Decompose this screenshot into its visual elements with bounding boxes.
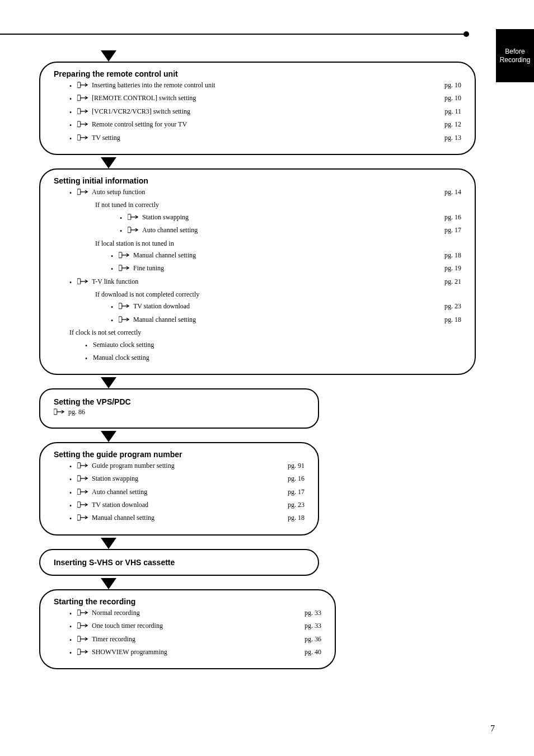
- bullet-icon: •: [111, 252, 116, 261]
- item-text: Station swapping: [142, 213, 444, 222]
- svg-rect-15: [77, 476, 81, 481]
- bullet-icon: •: [69, 134, 75, 144]
- list-item: • One touch timer recording pg. 33: [54, 621, 321, 632]
- item-text: Semiauto clock setting: [93, 340, 461, 350]
- bullet-icon: •: [69, 189, 75, 198]
- list-item: • [VCR1/VCR2/VCR3] switch setting pg. 11: [54, 107, 461, 118]
- list-item: • Auto setup function pg. 14: [54, 187, 461, 198]
- hand-pointer-icon: [77, 134, 88, 141]
- bullet-icon: •: [69, 489, 75, 498]
- svg-rect-9: [119, 265, 122, 271]
- page-ref: pg. 12: [444, 120, 461, 129]
- svg-rect-20: [77, 623, 81, 628]
- hand-pointer-icon: [119, 303, 130, 309]
- item-text: Normal recording: [92, 608, 305, 618]
- page-number: 7: [490, 724, 495, 734]
- list-item: • Station swapping pg. 16: [54, 474, 305, 485]
- svg-rect-17: [77, 502, 81, 508]
- bullet-icon: •: [120, 214, 125, 223]
- svg-rect-10: [77, 279, 81, 284]
- list-item: • Guide program number setting pg. 91: [54, 461, 305, 472]
- header-rule: [0, 34, 466, 35]
- item-text: Remote control setting for your TV: [92, 120, 444, 129]
- page-ref: pg. 21: [444, 277, 461, 287]
- item-text: If clock is not set correctly: [69, 328, 461, 337]
- sub-heading: If clock is not set correctly: [54, 328, 461, 337]
- page-ref: pg. 18: [288, 513, 305, 523]
- list-item: • Inserting batteries into the remote co…: [54, 81, 461, 91]
- hand-pointer-icon: [77, 636, 88, 642]
- item-text: If download is not completed correctly: [95, 290, 461, 299]
- page-ref: pg. 16: [444, 213, 461, 222]
- page-ref: pg. 86: [68, 407, 85, 417]
- svg-rect-8: [119, 252, 122, 258]
- svg-rect-11: [119, 303, 122, 309]
- item-text: Guide program number setting: [92, 461, 288, 471]
- page-ref: pg. 10: [444, 93, 461, 103]
- arrow-down-icon: [101, 578, 116, 589]
- hand-pointer-icon: [77, 514, 88, 521]
- item-text: TV station download: [92, 500, 288, 510]
- svg-rect-14: [77, 463, 81, 468]
- list-item: • Semiauto clock setting: [54, 340, 461, 351]
- list-item: • Manual channel setting pg. 18: [54, 513, 305, 524]
- page-ref: pg. 14: [444, 187, 461, 197]
- page-ref: pg. 19: [444, 264, 461, 273]
- bullet-icon: •: [69, 622, 75, 632]
- item-text: If local station is not tuned in: [95, 239, 461, 248]
- hand-pointer-icon: [77, 95, 88, 101]
- hand-pointer-icon: [77, 475, 88, 482]
- bullet-icon: •: [69, 95, 75, 104]
- item-text: Auto channel setting: [142, 226, 444, 235]
- page-ref: pg. 11: [444, 107, 461, 116]
- list-item: • TV station download pg. 23: [54, 500, 305, 511]
- hand-pointer-icon: [77, 82, 88, 88]
- hand-pointer-icon: [119, 252, 130, 259]
- bullet-icon: •: [69, 475, 75, 485]
- bullet-icon: •: [69, 609, 75, 619]
- page-ref: pg. 36: [305, 635, 321, 644]
- page-ref: pg. 16: [288, 474, 305, 483]
- svg-rect-12: [119, 317, 122, 322]
- bullet-icon: •: [69, 501, 75, 511]
- list-item: • SHOWVIEW programming pg. 40: [54, 647, 321, 658]
- hand-pointer-icon: [77, 622, 88, 629]
- hand-pointer-icon: [128, 214, 139, 220]
- hand-pointer-icon: [77, 501, 88, 508]
- page-ref: pg. 18: [444, 315, 461, 325]
- item-text: Fine tuning: [133, 264, 444, 273]
- bullet-icon: •: [111, 265, 116, 274]
- page-ref: pg. 33: [305, 621, 321, 631]
- bullet-icon: •: [69, 278, 75, 288]
- list-item: • Manual channel setting pg. 18: [54, 251, 461, 261]
- box-title: Setting initial information: [54, 176, 461, 185]
- hand-pointer-icon: [119, 265, 130, 271]
- bullet-icon: •: [69, 636, 75, 645]
- hand-pointer-icon: [77, 609, 88, 616]
- item-text: [VCR1/VCR2/VCR3] switch setting: [92, 107, 444, 116]
- item-text: If not tuned in correctly: [95, 200, 461, 210]
- svg-rect-3: [77, 121, 81, 127]
- list-item: • Remote control setting for your TV pg.…: [54, 120, 461, 130]
- svg-rect-21: [77, 636, 81, 641]
- bullet-icon: •: [69, 514, 75, 524]
- item-text: Auto setup function: [92, 187, 444, 197]
- svg-rect-6: [128, 214, 131, 220]
- svg-rect-19: [77, 610, 81, 616]
- item-text: Manual channel setting: [92, 513, 288, 523]
- hand-pointer-icon: [128, 227, 139, 233]
- page-ref: pg. 23: [444, 302, 461, 311]
- arrow-down-icon: [101, 157, 116, 168]
- svg-rect-1: [77, 95, 81, 101]
- arrow-down-icon: [101, 538, 116, 549]
- page-ref: pg. 17: [288, 487, 305, 497]
- page-ref: pg. 13: [444, 133, 461, 143]
- svg-rect-2: [77, 109, 81, 114]
- page-ref: pg. 23: [288, 500, 305, 510]
- side-tab-label: Before Recording: [497, 48, 533, 64]
- page-ref: pg. 40: [305, 647, 321, 657]
- svg-rect-4: [77, 134, 81, 140]
- svg-rect-7: [128, 227, 131, 233]
- hand-pointer-icon: [77, 462, 88, 469]
- item-text: TV station download: [133, 302, 444, 311]
